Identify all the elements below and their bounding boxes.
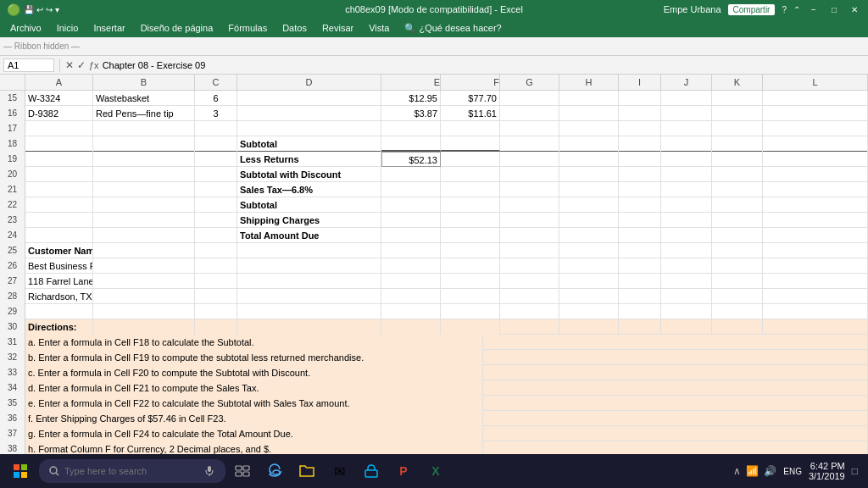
cell-a18[interactable] (25, 136, 93, 152)
cell-b22[interactable] (93, 197, 195, 213)
minimize-button[interactable]: − (807, 3, 821, 16)
cell-l21[interactable] (763, 182, 868, 197)
cell-c27[interactable] (195, 274, 237, 289)
cell-k19[interactable] (712, 152, 763, 167)
cell-e21[interactable] (381, 182, 441, 197)
cell-j18[interactable] (661, 136, 712, 152)
cell-directions-33[interactable]: c. Enter a formula in Cell F20 to comput… (25, 365, 483, 380)
cell-directions-35[interactable]: e. Enter a formula in Cell F22 to calcul… (25, 396, 483, 411)
cell-d26[interactable] (237, 258, 381, 274)
cell-a30[interactable]: Directions: (25, 319, 93, 335)
cell-a17[interactable] (25, 121, 93, 136)
cell-d25[interactable] (237, 243, 381, 258)
cell-rest-36[interactable] (483, 411, 868, 426)
cell-b25[interactable] (93, 243, 195, 258)
formula-input[interactable] (103, 60, 865, 70)
cell-i24[interactable] (619, 228, 661, 243)
cell-h16[interactable] (559, 106, 619, 121)
cell-j21[interactable] (661, 182, 712, 197)
cell-e29[interactable] (381, 304, 441, 319)
cell-e17[interactable] (381, 121, 441, 136)
cell-e23[interactable] (381, 213, 441, 228)
cell-g30[interactable] (500, 319, 559, 335)
cell-g20[interactable] (500, 167, 559, 182)
mail-icon[interactable]: ✉ (324, 455, 354, 487)
cell-d24[interactable]: Total Amount Due (237, 228, 381, 243)
cell-i27[interactable] (619, 274, 661, 289)
cell-c25[interactable] (195, 243, 237, 258)
cell-c22[interactable] (195, 197, 237, 213)
cell-e26[interactable] (381, 258, 441, 274)
cell-c30[interactable] (195, 319, 237, 335)
cell-f15[interactable]: $77.70 (441, 91, 500, 106)
cell-h23[interactable] (559, 213, 619, 228)
cell-l23[interactable] (763, 213, 868, 228)
undo-icon[interactable]: ↩ (36, 5, 43, 14)
cell-k29[interactable] (712, 304, 763, 319)
cell-l24[interactable] (763, 228, 868, 243)
language-indicator[interactable]: ENG (783, 467, 802, 476)
cell-c20[interactable] (195, 167, 237, 182)
cell-g23[interactable] (500, 213, 559, 228)
cell-d22[interactable]: Subtotal (237, 197, 381, 213)
menu-formulas[interactable]: Fórmulas (221, 21, 274, 35)
cell-h20[interactable] (559, 167, 619, 182)
cell-l20[interactable] (763, 167, 868, 182)
clock[interactable]: 6:42 PM 3/1/2019 (809, 461, 845, 481)
cell-l26[interactable] (763, 258, 868, 274)
cell-j23[interactable] (661, 213, 712, 228)
cell-d23[interactable]: Shipping Charges (237, 213, 381, 228)
cell-a20[interactable] (25, 167, 93, 182)
cell-g19[interactable] (500, 152, 559, 167)
cell-a15[interactable]: W-3324 (25, 91, 93, 106)
cell-e16[interactable]: $3.87 (381, 106, 441, 121)
menu-archivo[interactable]: Archivo (3, 21, 48, 35)
cell-b16[interactable]: Red Pens—fine tip (93, 106, 195, 121)
cell-b24[interactable] (93, 228, 195, 243)
cell-a24[interactable] (25, 228, 93, 243)
cell-k30[interactable] (712, 319, 763, 335)
cell-b23[interactable] (93, 213, 195, 228)
cell-directions-32[interactable]: b. Enter a formula in Cell F19 to comput… (25, 350, 483, 365)
cell-f25[interactable] (441, 243, 500, 258)
cell-b18[interactable] (93, 136, 195, 152)
cell-d28[interactable] (237, 289, 381, 304)
cell-e30[interactable] (381, 319, 441, 335)
cancel-icon[interactable]: ✕ (65, 59, 74, 71)
cell-a21[interactable] (25, 182, 93, 197)
cell-c28[interactable] (195, 289, 237, 304)
cell-g24[interactable] (500, 228, 559, 243)
cell-k25[interactable] (712, 243, 763, 258)
powerpoint-icon[interactable]: P (388, 455, 419, 487)
dropdown-icon[interactable]: ▾ (55, 5, 59, 14)
cell-i29[interactable] (619, 304, 661, 319)
col-header-k[interactable]: K (712, 75, 763, 90)
cell-c26[interactable] (195, 258, 237, 274)
cell-d17[interactable] (237, 121, 381, 136)
cell-a26[interactable]: Best Business Practices (25, 258, 93, 274)
cell-f26[interactable] (441, 258, 500, 274)
col-header-c[interactable]: C (195, 75, 237, 90)
cell-g25[interactable] (500, 243, 559, 258)
cell-rest-32[interactable] (483, 350, 868, 365)
cell-h24[interactable] (559, 228, 619, 243)
cell-i15[interactable] (619, 91, 661, 106)
col-header-j[interactable]: J (661, 75, 712, 90)
menu-revisar[interactable]: Revisar (315, 21, 360, 35)
col-header-f[interactable]: F (441, 75, 500, 90)
cell-g17[interactable] (500, 121, 559, 136)
cell-h15[interactable] (559, 91, 619, 106)
share-button[interactable]: Compartir (728, 4, 776, 15)
cell-rest-38[interactable] (483, 441, 868, 454)
cell-d29[interactable] (237, 304, 381, 319)
col-header-g[interactable]: G (500, 75, 559, 90)
cell-rest-33[interactable] (483, 365, 868, 380)
network-icon[interactable]: 📶 (746, 465, 759, 477)
cell-i20[interactable] (619, 167, 661, 182)
cell-f16[interactable]: $11.61 (441, 106, 500, 121)
cell-b17[interactable] (93, 121, 195, 136)
cell-d15[interactable] (237, 91, 381, 106)
cell-j27[interactable] (661, 274, 712, 289)
cell-j15[interactable] (661, 91, 712, 106)
cell-k18[interactable] (712, 136, 763, 152)
